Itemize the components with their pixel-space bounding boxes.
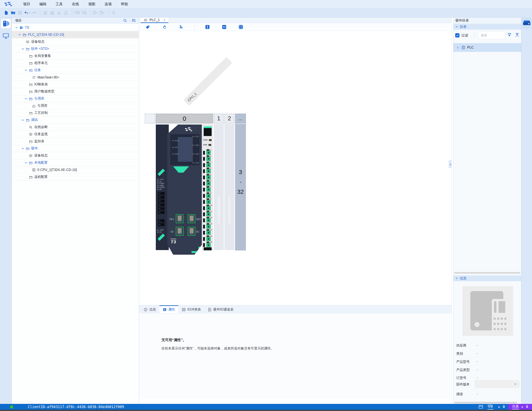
simulation-status[interactable]: 仿真 × 0 xyxy=(508,404,532,410)
rack-slot-1[interactable]: 1 xyxy=(214,114,224,123)
chevron-down-icon[interactable] xyxy=(24,97,28,101)
chart-columns-button[interactable] xyxy=(178,24,185,30)
chevron-placeholder xyxy=(24,153,28,158)
tag-button[interactable] xyxy=(144,24,152,30)
tree-item[interactable]: 远程配置 xyxy=(12,174,139,181)
tree-item[interactable]: 程序单元 xyxy=(12,60,139,67)
tree-item[interactable]: TS xyxy=(12,24,139,31)
grid-devices-remove-button[interactable] xyxy=(49,10,55,16)
catalog-search-input[interactable] xyxy=(478,31,505,39)
menu-item[interactable]: 编辑 xyxy=(35,0,51,8)
collapse-catalog-handle[interactable]: « xyxy=(449,160,451,168)
tree-item[interactable]: 工艺控制 xyxy=(12,109,139,117)
menu-item[interactable]: 项目 xyxy=(19,0,35,8)
save-button[interactable] xyxy=(17,10,23,16)
chevron-down-icon[interactable] xyxy=(24,68,28,73)
tree-item[interactable]: 设备组态 xyxy=(12,152,139,159)
tree-item[interactable]: 软件 <STD> xyxy=(12,45,139,52)
menu-item[interactable]: 在线 xyxy=(67,0,84,8)
tree-item[interactable]: 全局变量集 xyxy=(12,52,139,60)
empty-module-column[interactable] xyxy=(214,124,224,250)
collapse-all-icon[interactable] xyxy=(515,33,519,37)
menu-item[interactable]: 工具 xyxy=(51,0,67,8)
tree-item[interactable]: IO映射表 xyxy=(12,81,139,88)
info-hscrollbar[interactable] xyxy=(454,402,517,403)
rack-slot-ghost[interactable] xyxy=(145,114,155,123)
project-panel-hscrollbar[interactable] xyxy=(13,402,33,404)
fit-vertical-button[interactable] xyxy=(204,24,211,30)
new-file-button[interactable] xyxy=(3,10,9,16)
device-export-button[interactable] xyxy=(92,10,98,16)
catalog-item-plc[interactable]: PLC xyxy=(453,43,521,52)
ts-device-icon xyxy=(19,26,23,30)
chevron-down-icon[interactable] xyxy=(24,160,28,165)
reserved-slots-column[interactable]: 3-32 xyxy=(235,124,246,251)
pan-hand-button[interactable] xyxy=(161,24,168,30)
tree-item[interactable]: 调试 xyxy=(12,117,139,124)
cpu-device-image[interactable]: +24V0VR485+R485-RGNDPE+24V0VRUNINFERRGE1… xyxy=(156,125,213,255)
tree-item[interactable]: 用户数据类型 xyxy=(12,88,139,95)
cpu-diagonal-label: CPU_1 xyxy=(184,57,232,106)
tree-item-label: 引用库 xyxy=(38,104,48,108)
firmware-version-select[interactable] xyxy=(475,380,519,388)
menu-item[interactable]: 视图 xyxy=(84,0,100,8)
empty-module-column[interactable] xyxy=(224,124,234,250)
fit-all-button[interactable] xyxy=(237,24,245,30)
search-icon[interactable] xyxy=(123,19,127,22)
catalog-item-label: PLC xyxy=(467,46,474,49)
open-folder-button[interactable] xyxy=(10,10,16,16)
bottom-tab-io-conflict[interactable]: IO冲突表 xyxy=(178,305,204,313)
tree-item[interactable]: 设备组态 xyxy=(12,38,139,45)
tree-item[interactable]: 在线诊断 xyxy=(12,124,139,131)
monitor-rail-button[interactable] xyxy=(3,33,9,39)
tab-close-icon[interactable]: × xyxy=(163,18,165,22)
grid-devices-button[interactable] xyxy=(42,10,48,16)
tree-item[interactable]: 引用库 xyxy=(12,102,139,109)
hardware-catalog-rail-button[interactable] xyxy=(522,18,532,29)
filter-sort-icon[interactable] xyxy=(132,19,136,22)
tree-item[interactable]: 任务 xyxy=(12,67,139,74)
chevron-down-icon[interactable] xyxy=(20,146,25,151)
bottom-tab-properties[interactable]: 属性 xyxy=(159,305,178,313)
undo-button[interactable]: ▾ xyxy=(24,10,30,16)
tree-item[interactable]: 监控表 xyxy=(12,138,139,145)
device-import-button[interactable] xyxy=(99,10,105,16)
hardware-canvas[interactable]: CPU_1 012...3-32 +24V0VR485+R485-RGNDPE+… xyxy=(139,31,451,305)
project-panel-rail-button[interactable] xyxy=(1,19,11,29)
ethernet-port-GE2 xyxy=(188,214,196,223)
upload-from-device-button[interactable] xyxy=(63,10,69,16)
rack-slot-...[interactable]: ... xyxy=(235,114,246,123)
menu-item[interactable]: 选项 xyxy=(100,0,116,8)
window-layout-icon[interactable] xyxy=(478,405,483,409)
chevron-down-icon[interactable] xyxy=(20,118,25,122)
fit-horizontal-button[interactable] xyxy=(220,24,228,30)
tree-item[interactable]: PLC_1[T324-XE-CD-10] xyxy=(12,31,139,38)
pc-disconnect-button[interactable] xyxy=(81,10,87,16)
tree-item[interactable]: 引用库 xyxy=(12,95,139,102)
info-section-header[interactable]: 信息 xyxy=(453,275,521,281)
project-panel-icon xyxy=(2,20,10,27)
catalog-hscrollbar[interactable] xyxy=(454,272,520,274)
expand-all-icon[interactable] xyxy=(507,33,512,37)
rack-slot-0[interactable]: 0 xyxy=(156,114,213,123)
online-devices-icon[interactable] xyxy=(488,404,494,410)
menu-item[interactable]: 帮助 xyxy=(116,0,133,8)
tree-item[interactable]: 0 CPU_1[T324-XE-CD-10] xyxy=(12,166,139,174)
rack-slot-2[interactable]: 2 xyxy=(224,114,234,123)
tree-item[interactable]: 本地配置 xyxy=(12,159,139,166)
chevron-down-icon[interactable] xyxy=(14,25,19,30)
filter-checkbox[interactable] xyxy=(455,33,459,38)
chevron-down-icon[interactable] xyxy=(20,47,25,51)
redo-button[interactable]: ▾ xyxy=(31,10,37,16)
pc-connect-button[interactable] xyxy=(74,10,80,16)
tab-plc-1[interactable]: PLC_1 × xyxy=(141,18,168,23)
catalog-section-header[interactable]: 目录 xyxy=(453,24,521,30)
tree-item[interactable]: 硬件 xyxy=(12,145,139,152)
bottom-tab-info[interactable]: 信息 xyxy=(140,305,159,313)
compare-button[interactable] xyxy=(111,10,116,16)
tree-item[interactable]: MainTask<30> xyxy=(12,74,139,81)
chevron-down-icon[interactable] xyxy=(17,32,22,37)
download-to-device-button[interactable] xyxy=(56,10,62,16)
tree-item[interactable]: 任务监视 xyxy=(12,131,139,138)
bottom-tab-io-channel-table[interactable]: 硬件IO通道表 xyxy=(204,305,237,313)
